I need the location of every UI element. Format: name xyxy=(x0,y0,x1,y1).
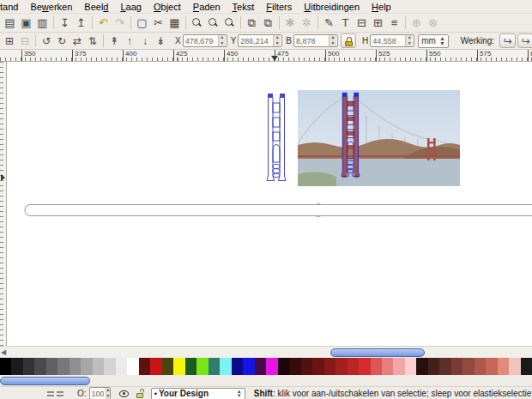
menu-item-paden[interactable]: Paden xyxy=(187,1,227,13)
align-dialog-icon[interactable]: ≡ xyxy=(386,15,402,31)
zoom-selection-icon[interactable] xyxy=(189,15,205,31)
color-swatch[interactable] xyxy=(232,358,243,375)
menu-item-bewerken[interactable]: Bewerken xyxy=(24,1,78,13)
open-document-icon[interactable]: ▤ xyxy=(2,15,18,31)
units-dropdown[interactable]: mm ▲▼ xyxy=(418,34,449,48)
color-swatch[interactable] xyxy=(301,358,312,375)
color-swatch[interactable] xyxy=(116,358,127,375)
paste-icon[interactable]: ▦ xyxy=(166,15,183,31)
save-document-icon[interactable]: ▣ xyxy=(18,15,34,31)
horizontal-scrollbar[interactable]: ◀ xyxy=(0,346,532,358)
menu-item-help[interactable]: Help xyxy=(366,1,397,13)
zoom-page-icon[interactable] xyxy=(221,15,238,31)
y-field[interactable]: ▲▼ xyxy=(238,34,282,47)
opacity-input[interactable] xyxy=(90,388,106,399)
clone-icon[interactable]: ⧉ xyxy=(260,15,276,31)
layer-dropdown[interactable]: • Your Design ▲▼ xyxy=(151,388,245,399)
menu-item-beeld[interactable]: Beeld xyxy=(78,1,114,13)
gradient-dialog-icon[interactable]: ⊟ xyxy=(354,15,370,31)
copy-icon[interactable]: ▢ xyxy=(134,15,150,31)
horizontal-ruler[interactable]: 350375400425450475500525550575600 xyxy=(0,50,532,62)
color-swatch[interactable] xyxy=(428,358,439,375)
print-icon[interactable]: ▥ xyxy=(34,15,51,31)
rotate-ccw-icon[interactable]: ↺ xyxy=(39,34,54,48)
color-swatch[interactable] xyxy=(405,358,416,375)
opacity-spinner[interactable]: ▲▼ xyxy=(106,388,111,399)
duplicate-icon[interactable]: ⧉ xyxy=(244,15,260,31)
color-swatch[interactable] xyxy=(220,358,231,375)
zoom-drawing-icon[interactable] xyxy=(205,15,221,31)
color-swatch[interactable] xyxy=(243,358,254,375)
fill-stroke-indicator[interactable] xyxy=(47,391,63,396)
color-swatch[interactable] xyxy=(266,358,277,375)
affect-scale-icon[interactable]: ↪ xyxy=(517,33,532,48)
menu-item-uitbreidingen[interactable]: Uitbreidingen xyxy=(298,1,366,13)
color-swatch[interactable] xyxy=(371,358,382,375)
menu-item-filters[interactable]: Filters xyxy=(260,1,298,13)
traced-deck-path[interactable] xyxy=(19,201,532,220)
color-swatch[interactable] xyxy=(382,358,393,375)
menu-item-laag[interactable]: Laag xyxy=(114,1,147,13)
traced-tower-path[interactable] xyxy=(264,91,288,187)
color-swatch[interactable] xyxy=(509,358,520,375)
width-input[interactable] xyxy=(294,35,329,46)
select-all-icon[interactable]: ⊞ xyxy=(2,34,17,48)
color-swatch[interactable] xyxy=(162,358,173,375)
menu-item-object[interactable]: Object xyxy=(148,1,187,13)
color-swatch[interactable] xyxy=(451,358,462,375)
x-spinner[interactable]: ▲▼ xyxy=(218,35,226,46)
scroll-left-arrow-icon[interactable]: ◀ xyxy=(1,348,6,356)
color-swatch[interactable] xyxy=(486,358,497,375)
lower-icon[interactable]: ↓ xyxy=(137,34,153,48)
color-swatch[interactable] xyxy=(359,358,370,375)
horizontal-scrollbar-thumb[interactable] xyxy=(330,348,425,357)
color-swatch[interactable] xyxy=(173,358,184,375)
color-swatch[interactable] xyxy=(104,358,115,375)
x-input[interactable] xyxy=(184,35,218,46)
palette-scrollbar[interactable] xyxy=(0,375,532,386)
x-field[interactable]: ▲▼ xyxy=(183,34,227,47)
color-swatch[interactable] xyxy=(57,358,69,375)
color-swatch[interactable] xyxy=(348,358,359,375)
flip-vertical-icon[interactable]: ⇅ xyxy=(85,34,100,48)
color-swatch[interactable] xyxy=(416,358,427,375)
color-swatch[interactable] xyxy=(81,358,92,375)
y-input[interactable] xyxy=(239,35,273,46)
layer-lock-icon[interactable] xyxy=(136,389,144,399)
export-icon[interactable]: ↥ xyxy=(73,15,89,31)
opacity-field[interactable]: ▲▼ xyxy=(89,387,112,399)
color-swatch[interactable] xyxy=(23,358,34,375)
height-spinner[interactable]: ▲▼ xyxy=(405,35,413,46)
raise-icon[interactable]: ↑ xyxy=(122,34,137,48)
color-swatch[interactable] xyxy=(312,358,323,375)
import-icon[interactable]: ↧ xyxy=(57,15,73,31)
color-swatch[interactable] xyxy=(127,358,138,375)
color-swatch[interactable] xyxy=(93,358,104,375)
palette-scrollbar-thumb[interactable] xyxy=(0,377,90,385)
width-field[interactable]: ▲▼ xyxy=(293,34,338,47)
vertical-ruler[interactable] xyxy=(0,62,7,346)
fill-stroke-dialog-icon[interactable]: ✎ xyxy=(321,15,337,31)
raise-to-top-icon[interactable]: ↟ xyxy=(106,34,122,48)
canvas[interactable] xyxy=(0,62,532,346)
height-input[interactable] xyxy=(371,35,405,46)
color-swatch[interactable] xyxy=(196,358,208,375)
preferences-dialog-icon[interactable]: ⊞ xyxy=(370,15,386,31)
color-swatch[interactable] xyxy=(393,358,404,375)
color-swatch[interactable] xyxy=(70,358,81,375)
lower-to-bottom-icon[interactable]: ↡ xyxy=(153,34,168,48)
cut-icon[interactable]: ✂ xyxy=(150,15,166,31)
menu-item-tekst[interactable]: Tekst xyxy=(227,1,261,13)
color-swatch[interactable] xyxy=(139,358,150,375)
color-swatch[interactable] xyxy=(0,358,11,375)
color-swatch[interactable] xyxy=(498,358,509,375)
undo-icon[interactable]: ↶ xyxy=(95,15,112,31)
color-swatch[interactable] xyxy=(324,358,336,375)
bridge-photo[interactable] xyxy=(298,90,460,186)
color-swatch[interactable] xyxy=(336,358,347,375)
lock-ratio-button[interactable] xyxy=(341,33,356,48)
layer-visibility-eye-icon[interactable] xyxy=(119,390,128,397)
rotate-cw-icon[interactable]: ↻ xyxy=(54,34,70,48)
color-swatch[interactable] xyxy=(11,358,22,375)
color-swatch[interactable] xyxy=(462,358,474,375)
